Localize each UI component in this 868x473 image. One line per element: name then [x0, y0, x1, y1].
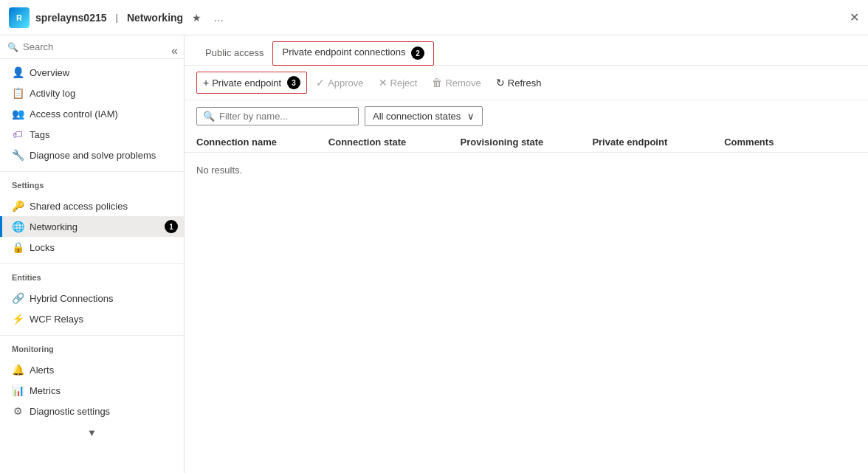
title-separator: |	[116, 12, 118, 23]
filter-search-icon: 🔍	[203, 111, 215, 122]
sidebar-item-label: Hybrid Connections	[30, 293, 113, 304]
sidebar-item-label: Overview	[30, 67, 69, 78]
col-comments: Comments	[724, 137, 856, 148]
sidebar-item-label: Tags	[30, 129, 49, 140]
sidebar-item-metrics[interactable]: 📊 Metrics	[0, 380, 184, 401]
close-icon[interactable]: ✕	[850, 10, 859, 24]
trash-icon: 🗑	[432, 77, 442, 89]
diagnose-icon: 🔧	[12, 149, 24, 161]
approve-button[interactable]: ✓ Approve	[310, 73, 369, 92]
connection-state-dropdown[interactable]: All connection states ∨	[365, 106, 483, 126]
col-connection-state: Connection state	[328, 137, 461, 148]
nav-section: 👤 Overview 📋 Activity log 👥 Access contr…	[0, 59, 184, 168]
col-connection-name: Connection name	[196, 137, 328, 148]
refresh-icon: ↻	[496, 77, 505, 89]
overview-icon: 👤	[12, 66, 24, 78]
refresh-button[interactable]: ↻ Refresh	[490, 73, 548, 92]
sidebar: 🔍 « 👤 Overview 📋 Activity log 👥 Access c…	[0, 35, 185, 473]
sidebar-item-overview[interactable]: 👤 Overview	[0, 62, 184, 83]
settings-section-label: Settings	[0, 175, 184, 193]
sidebar-item-diagnostic-settings[interactable]: ⚙ Diagnostic settings	[0, 401, 184, 421]
private-endpoint-tab-badge: 2	[411, 46, 424, 60]
sidebar-item-label: Shared access policies	[30, 201, 128, 212]
sidebar-item-alerts[interactable]: 🔔 Alerts	[0, 359, 184, 380]
entities-section-label: Entities	[0, 267, 184, 285]
sidebar-item-label: Diagnostic settings	[30, 406, 110, 417]
sidebar-item-label: Access control (IAM)	[30, 108, 118, 120]
sidebar-item-activity-log[interactable]: 📋 Activity log	[0, 83, 184, 103]
sidebar-item-hybrid-connections[interactable]: 🔗 Hybrid Connections	[0, 288, 184, 308]
table-header: Connection name Connection state Provisi…	[185, 132, 868, 153]
sidebar-item-label: Alerts	[30, 365, 54, 376]
sidebar-item-wcf-relays[interactable]: ⚡ WCF Relays	[0, 308, 184, 329]
no-results-text: No results.	[185, 153, 868, 187]
entities-section: 🔗 Hybrid Connections ⚡ WCF Relays	[0, 285, 184, 332]
col-private-endpoint: Private endpoint	[592, 137, 724, 148]
add-button-badge: 3	[287, 76, 300, 89]
filter-input-container[interactable]: 🔍	[196, 107, 359, 125]
wcf-relays-icon: ⚡	[12, 313, 24, 325]
favorite-icon[interactable]: ★	[189, 9, 204, 27]
add-private-endpoint-button[interactable]: + Private endpoint 3	[196, 72, 307, 94]
content-area: Public access Private endpoint connectio…	[185, 35, 868, 473]
more-options-icon[interactable]: …	[210, 9, 227, 27]
sidebar-item-label: Activity log	[30, 88, 75, 99]
sidebar-item-locks[interactable]: 🔒 Locks	[0, 237, 184, 258]
diagnostic-settings-icon: ⚙	[12, 405, 24, 417]
monitoring-section-label: Monitoring	[0, 339, 184, 356]
main-content: 🔍 « 👤 Overview 📋 Activity log 👥 Access c…	[0, 35, 868, 473]
col-provisioning-state: Provisioning state	[461, 137, 593, 148]
filter-row: 🔍 All connection states ∨	[185, 100, 868, 132]
settings-section: 🔑 Shared access policies 🌐 Networking 1 …	[0, 193, 184, 260]
approve-icon: ✓	[316, 77, 325, 89]
page-title: Networking	[127, 12, 183, 24]
access-control-icon: 👥	[12, 108, 24, 120]
tab-public-access[interactable]: Public access	[196, 41, 272, 66]
alerts-icon: 🔔	[12, 364, 24, 376]
shared-access-icon: 🔑	[12, 200, 24, 212]
sidebar-item-networking[interactable]: 🌐 Networking 1	[0, 216, 184, 237]
app-logo: R	[9, 7, 30, 28]
reject-icon: ✕	[379, 77, 388, 89]
networking-icon: 🌐	[12, 221, 24, 232]
sidebar-item-tags[interactable]: 🏷 Tags	[0, 124, 184, 145]
monitoring-section: 🔔 Alerts 📊 Metrics ⚙ Diagnostic settings	[0, 356, 184, 424]
sidebar-item-label: WCF Relays	[30, 314, 83, 325]
tab-private-endpoint[interactable]: Private endpoint connections 2	[272, 41, 434, 66]
locks-icon: 🔒	[12, 241, 24, 253]
scroll-down-indicator: ▼	[0, 424, 184, 441]
sidebar-item-label: Locks	[30, 242, 55, 253]
sidebar-item-label: Networking	[30, 221, 78, 232]
activity-log-icon: 📋	[12, 87, 24, 99]
search-box[interactable]: 🔍	[0, 35, 184, 59]
plus-icon: +	[203, 77, 209, 89]
reject-button[interactable]: ✕ Reject	[373, 73, 424, 92]
metrics-icon: 📊	[12, 384, 24, 396]
resource-name: sprelayns0215	[35, 12, 107, 24]
sidebar-item-label: Diagnose and solve problems	[30, 150, 156, 161]
search-icon: 🔍	[7, 42, 18, 52]
filter-by-name-input[interactable]	[219, 111, 352, 122]
remove-button[interactable]: 🗑 Remove	[426, 73, 486, 92]
title-bar: R sprelayns0215 | Networking ★ … ✕	[0, 0, 868, 35]
search-input[interactable]	[23, 41, 176, 52]
collapse-sidebar-button[interactable]: «	[165, 41, 184, 61]
tabs-bar: Public access Private endpoint connectio…	[185, 35, 868, 66]
sidebar-item-access-control[interactable]: 👥 Access control (IAM)	[0, 103, 184, 124]
toolbar: + Private endpoint 3 ✓ Approve ✕ Reject …	[185, 66, 868, 100]
tags-icon: 🏷	[12, 128, 24, 140]
sidebar-item-diagnose[interactable]: 🔧 Diagnose and solve problems	[0, 145, 184, 165]
chevron-down-icon: ∨	[467, 111, 475, 122]
sidebar-item-shared-access[interactable]: 🔑 Shared access policies	[0, 196, 184, 216]
hybrid-connections-icon: 🔗	[12, 292, 24, 304]
networking-badge: 1	[165, 220, 178, 233]
sidebar-item-label: Metrics	[30, 385, 61, 396]
